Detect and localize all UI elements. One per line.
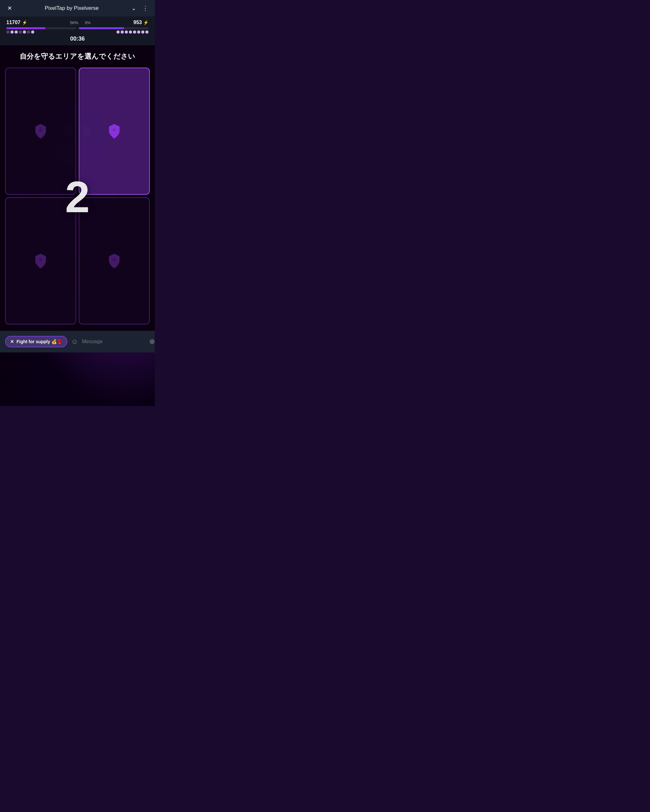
- dot-r4: [129, 31, 132, 34]
- top-bar: ✕ PixelTap by Pixelverse ⌄ ⋮: [0, 0, 155, 17]
- shield-icon-2: [106, 124, 122, 139]
- app-title: PixelTap by Pixelverse: [45, 5, 99, 11]
- card-grid: [5, 67, 150, 325]
- card-bottom-right[interactable]: [79, 197, 150, 325]
- progress-bar-left-fill: [6, 27, 45, 29]
- lightning-left-icon: ⚡: [22, 20, 27, 25]
- lightning-right-icon: ⚡: [143, 20, 148, 25]
- stat-center: 56% 3%: [70, 20, 90, 25]
- countdown-timer: 00:36: [70, 35, 85, 42]
- dot-3: [15, 31, 18, 34]
- card-bottom-left[interactable]: [5, 197, 76, 325]
- dot-r8: [145, 31, 148, 34]
- right-value: 953: [133, 20, 142, 25]
- attachment-icon[interactable]: ⊕: [149, 337, 155, 346]
- fight-for-supply-button[interactable]: ✕ Fight for supply 💰🥊: [5, 336, 67, 347]
- timer-row: 00:36: [6, 34, 148, 43]
- dot-5: [23, 31, 26, 34]
- emoji-icon[interactable]: ☺: [71, 337, 78, 346]
- dot-r7: [141, 31, 144, 34]
- top-bar-right-icons: ⌄ ⋮: [130, 4, 150, 13]
- chevron-down-icon[interactable]: ⌄: [130, 4, 138, 13]
- dot-4: [19, 31, 22, 34]
- dot-r1: [116, 31, 120, 34]
- dot-1: [6, 31, 9, 34]
- shield-icon-1: [33, 124, 49, 139]
- close-icon[interactable]: ✕: [5, 4, 14, 13]
- dot-r3: [125, 31, 128, 34]
- left-percent: 56%: [70, 20, 78, 25]
- dot-r5: [133, 31, 136, 34]
- bottom-bar: ✕ Fight for supply 💰🥊 ☺ ⊕ 🎙: [0, 331, 155, 353]
- dot-6: [27, 31, 30, 34]
- progress-bars: [6, 27, 148, 29]
- stats-bar: 11707 ⚡ 56% 3% 953 ⚡: [0, 17, 155, 45]
- stat-left: 11707 ⚡: [6, 20, 27, 25]
- card-top-left[interactable]: [5, 67, 76, 195]
- dot-r6: [137, 31, 140, 34]
- progress-bar-right-wrap: [79, 27, 148, 29]
- dots-left: [6, 31, 34, 34]
- dot-7: [31, 31, 34, 34]
- message-input[interactable]: [82, 339, 145, 345]
- shield-icon-3: [33, 253, 49, 269]
- more-options-icon[interactable]: ⋮: [141, 4, 150, 13]
- fight-btn-close-icon: ✕: [10, 339, 14, 344]
- dot-2: [11, 31, 14, 34]
- instruction-text: 自分を守るエリアを選んでください: [20, 52, 135, 61]
- game-area: 2 自分を守るエリアを選んでください: [0, 45, 155, 331]
- card-top-right[interactable]: [79, 67, 150, 195]
- progress-bar-right-fill: [79, 27, 124, 29]
- fight-btn-label: Fight for supply 💰🥊: [17, 339, 62, 344]
- progress-bar-left-wrap: [6, 27, 76, 29]
- left-value: 11707: [6, 20, 21, 25]
- dot-r2: [121, 31, 124, 34]
- shield-icon-4: [106, 253, 122, 269]
- progress-dots-row: [6, 31, 148, 34]
- right-percent: 3%: [85, 20, 91, 25]
- stat-right: 953 ⚡: [133, 20, 148, 25]
- dots-right: [116, 31, 148, 34]
- stats-row: 11707 ⚡ 56% 3% 953 ⚡: [6, 20, 148, 25]
